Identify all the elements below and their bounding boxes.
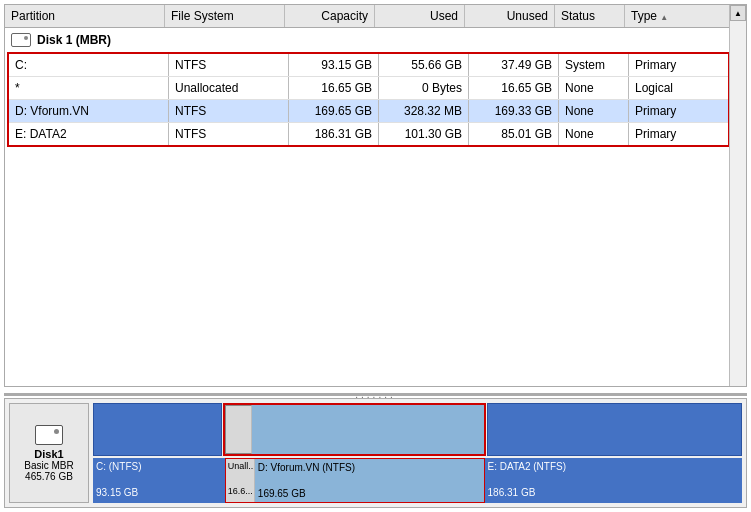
partition-name-d: D: Vforum.VN xyxy=(9,100,169,122)
disk-map: Disk1 Basic MBR 465.76 GB xyxy=(4,398,747,508)
used-unall: 0 Bytes xyxy=(379,77,469,99)
label-red-group: Unall... 16.6... D: Vforum.VN (NTFS) 169… xyxy=(225,458,485,503)
divider: ....... xyxy=(4,393,747,396)
partition-bar-d[interactable] xyxy=(252,405,484,454)
type-c: Primary xyxy=(629,54,699,76)
scroll-up-button[interactable]: ▲ xyxy=(730,5,746,21)
partition-bar-e[interactable] xyxy=(487,403,742,456)
partition-bar-unall[interactable] xyxy=(225,405,252,454)
header-type[interactable]: Type ▲ xyxy=(625,5,695,27)
header-partition[interactable]: Partition xyxy=(5,5,165,27)
unused-e: 85.01 GB xyxy=(469,123,559,145)
partition-group: C: NTFS 93.15 GB 55.66 GB 37.49 GB xyxy=(7,52,730,147)
table-row[interactable]: D: Vforum.VN NTFS 169.65 GB 328.32 MB 16… xyxy=(9,100,728,123)
capacity-e: 186.31 GB xyxy=(289,123,379,145)
used-e: 101.30 GB xyxy=(379,123,469,145)
type-unall: Logical xyxy=(629,77,699,99)
status-e: None xyxy=(559,123,629,145)
header-used[interactable]: Used xyxy=(375,5,465,27)
used-c: 55.66 GB xyxy=(379,54,469,76)
disk-info-icon xyxy=(35,425,63,445)
partition-labels-row: C: (NTFS) 93.15 GB Unall... 16.6... D: V… xyxy=(93,458,742,503)
table-header: Partition File System Capacity Used Unus… xyxy=(5,5,746,28)
header-status[interactable]: Status xyxy=(555,5,625,27)
filesystem-unall: Unallocated xyxy=(169,77,289,99)
table-row[interactable]: E: DATA2 NTFS 186.31 GB 101.30 GB 85.01 … xyxy=(9,123,728,145)
disk1-header: Disk 1 (MBR) xyxy=(5,30,746,50)
disk-map-name: Disk1 xyxy=(34,448,63,460)
header-capacity[interactable]: Capacity xyxy=(285,5,375,27)
table-row[interactable]: * Unallocated 16.65 GB 0 Bytes 16.65 GB xyxy=(9,77,728,100)
header-filesystem[interactable]: File System xyxy=(165,5,285,27)
partition-bar-c[interactable] xyxy=(93,403,222,456)
red-border-group xyxy=(223,403,486,456)
partition-bars-container: C: (NTFS) 93.15 GB Unall... 16.6... D: V… xyxy=(93,403,742,503)
partition-table: ▲ Partition File System Capacity Used Un… xyxy=(4,4,747,387)
filesystem-c: NTFS xyxy=(169,54,289,76)
capacity-c: 93.15 GB xyxy=(289,54,379,76)
sort-arrow-icon: ▲ xyxy=(660,13,668,22)
used-d: 328.32 MB xyxy=(379,100,469,122)
table-row[interactable]: C: NTFS 93.15 GB 55.66 GB 37.49 GB xyxy=(9,54,728,77)
type-d: Primary xyxy=(629,100,699,122)
capacity-d: 169.65 GB xyxy=(289,100,379,122)
partition-bars xyxy=(93,403,742,456)
disk-icon xyxy=(11,33,31,47)
status-c: System xyxy=(559,54,629,76)
partition-name-c: C: xyxy=(9,54,169,76)
filesystem-e: NTFS xyxy=(169,123,289,145)
type-e: Primary xyxy=(629,123,699,145)
disk-map-size: 465.76 GB xyxy=(25,471,73,482)
status-unall: None xyxy=(559,77,629,99)
header-unused[interactable]: Unused xyxy=(465,5,555,27)
unused-c: 37.49 GB xyxy=(469,54,559,76)
disk-map-type: Basic MBR xyxy=(24,460,73,471)
partition-name-unall: * xyxy=(9,77,169,99)
disk-info-box: Disk1 Basic MBR 465.76 GB xyxy=(9,403,89,503)
capacity-unall: 16.65 GB xyxy=(289,77,379,99)
main-container: ▲ Partition File System Capacity Used Un… xyxy=(0,0,751,512)
label-c: C: (NTFS) 93.15 GB xyxy=(93,458,225,503)
unused-d: 169.33 GB xyxy=(469,100,559,122)
partition-name-e: E: DATA2 xyxy=(9,123,169,145)
filesystem-d: NTFS xyxy=(169,100,289,122)
disk1-label: Disk 1 (MBR) xyxy=(37,33,111,47)
label-e: E: DATA2 (NTFS) 186.31 GB xyxy=(485,458,742,503)
disk1-group: Disk 1 (MBR) C: NTFS 93.15 GB 55.66 xyxy=(5,30,746,147)
unused-unall: 16.65 GB xyxy=(469,77,559,99)
label-d: D: Vforum.VN (NTFS) 169.65 GB xyxy=(255,459,484,502)
label-unall: Unall... 16.6... xyxy=(226,459,255,502)
status-d: None xyxy=(559,100,629,122)
